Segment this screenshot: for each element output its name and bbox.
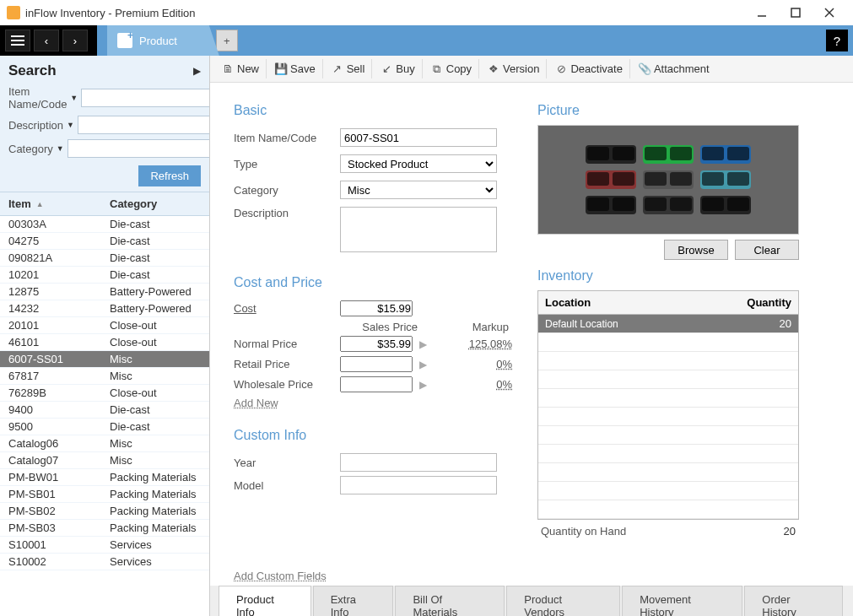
list-item[interactable]: 76289BClose-out (0, 385, 209, 402)
table-row[interactable] (538, 352, 798, 370)
list-item[interactable]: 20101Close-out (0, 317, 209, 334)
label-cost[interactable]: Cost (234, 302, 340, 315)
cost-input[interactable] (340, 300, 413, 316)
type-select[interactable]: Stocked Product (340, 154, 497, 173)
table-row[interactable] (538, 389, 798, 408)
custom-label: Model (234, 479, 340, 492)
list-item[interactable]: PM-SB03Packing Materials (0, 520, 209, 537)
list-item[interactable]: Catalog07Misc (0, 452, 209, 469)
list-item[interactable]: Catalog06Misc (0, 435, 209, 452)
col-item[interactable]: Item (8, 197, 31, 210)
tab-bill-of-materials[interactable]: Bill Of Materials (395, 586, 505, 616)
price-input[interactable] (340, 356, 413, 372)
sort-asc-icon: ▲ (36, 200, 44, 208)
new-icon: 🗎 (222, 63, 234, 75)
item-list[interactable]: 00303ADie-cast04275Die-cast090821ADie-ca… (0, 216, 209, 616)
attachment-icon: 📎 (639, 63, 651, 75)
list-item[interactable]: 04275Die-cast (0, 233, 209, 250)
window-title: inFlow Inventory - Premium Edition (25, 7, 745, 19)
table-row[interactable] (538, 370, 798, 389)
markup-value[interactable]: 0% (433, 358, 512, 370)
custom-input[interactable] (340, 476, 497, 494)
price-input[interactable] (340, 376, 413, 392)
play-icon[interactable]: ▶ (413, 359, 433, 370)
clear-button[interactable]: Clear (735, 240, 799, 260)
minimize-button[interactable] (745, 1, 779, 24)
label-type: Type (234, 158, 340, 170)
deactivate-icon: ⊘ (555, 63, 567, 75)
table-row[interactable] (538, 500, 798, 519)
tab-product-info[interactable]: Product Info (219, 586, 311, 616)
menu-button[interactable] (5, 30, 30, 51)
product-picture[interactable] (537, 125, 799, 235)
browse-button[interactable]: Browse (664, 240, 728, 260)
nav-forward-button[interactable]: › (62, 30, 88, 51)
custom-input[interactable] (340, 453, 497, 472)
list-item[interactable]: 46101Close-out (0, 334, 209, 351)
list-item[interactable]: 00303ADie-cast (0, 216, 209, 233)
save-button[interactable]: 💾Save (268, 59, 323, 78)
play-icon[interactable]: ▶ (413, 338, 433, 350)
add-tab-button[interactable]: + (216, 30, 238, 51)
list-item[interactable]: 090821ADie-cast (0, 250, 209, 267)
list-item[interactable]: PM-SB02Packing Materials (0, 503, 209, 520)
description-textarea[interactable] (340, 207, 497, 252)
add-price-link[interactable]: Add New (234, 397, 278, 409)
buy-button[interactable]: ↙Buy (374, 59, 422, 78)
main-panel: 🗎New 💾Save ↗Sell ↙Buy ⧉Copy ❖Version ⊘De… (209, 56, 853, 616)
list-item[interactable]: 9500Die-cast (0, 419, 209, 435)
label-category: Category (234, 184, 340, 197)
item-name-input[interactable] (340, 128, 497, 147)
tab-order-history[interactable]: Order History (744, 586, 843, 616)
list-item[interactable]: 9400Die-cast (0, 402, 209, 419)
markup-value[interactable]: 125.08% (433, 338, 512, 350)
table-row[interactable] (538, 445, 798, 463)
attachment-button[interactable]: 📎Attachment (632, 59, 716, 78)
chevron-down-icon[interactable]: ▼ (57, 144, 64, 153)
version-icon: ❖ (488, 63, 499, 75)
custom-label: Year (234, 457, 340, 469)
col-category[interactable]: Category (110, 197, 157, 210)
markup-value[interactable]: 0% (433, 378, 512, 391)
deactivate-button[interactable]: ⊘Deactivate (548, 59, 629, 78)
table-row[interactable] (538, 482, 798, 500)
copy-button[interactable]: ⧉Copy (424, 59, 479, 78)
search-desc-input[interactable] (78, 116, 228, 134)
search-cat-input[interactable] (67, 139, 218, 158)
list-item[interactable]: 67817Misc (0, 368, 209, 385)
chevron-down-icon[interactable]: ▼ (70, 94, 78, 102)
maximize-button[interactable] (779, 1, 813, 24)
tab-movement-history[interactable]: Movement History (622, 586, 742, 616)
table-row[interactable]: Default Location20 (538, 315, 798, 333)
new-button[interactable]: 🗎New (215, 59, 267, 78)
list-item[interactable]: PM-BW01Packing Materials (0, 469, 209, 486)
play-icon[interactable]: ▶ (413, 379, 433, 391)
help-button[interactable]: ? (826, 30, 848, 51)
list-item[interactable]: S10001Services (0, 537, 209, 554)
chevron-down-icon[interactable]: ▼ (67, 121, 74, 129)
version-button[interactable]: ❖Version (481, 59, 547, 78)
refresh-button[interactable]: Refresh (138, 165, 201, 186)
nav-back-button[interactable]: ‹ (34, 30, 59, 51)
price-input[interactable] (340, 336, 413, 352)
close-button[interactable] (813, 1, 846, 24)
table-row[interactable] (538, 463, 798, 482)
tab-extra-info[interactable]: Extra Info (313, 586, 394, 616)
copy-icon: ⧉ (431, 63, 443, 75)
category-select[interactable]: Misc (340, 181, 497, 199)
sell-icon: ↗ (332, 63, 343, 75)
list-item[interactable]: 6007-SS01Misc (0, 351, 209, 368)
table-row[interactable] (538, 408, 798, 426)
sell-button[interactable]: ↗Sell (325, 59, 373, 78)
tab-product[interactable]: Product (107, 25, 219, 56)
list-item[interactable]: 14232Battery-Powered (0, 300, 209, 317)
list-item[interactable]: S10002Services (0, 554, 209, 570)
collapse-search-icon[interactable]: ▶ (193, 65, 201, 77)
tab-product-vendors[interactable]: Product Vendors (506, 586, 620, 616)
list-item[interactable]: 12875Battery-Powered (0, 284, 209, 300)
add-custom-link[interactable]: Add Custom Fields (234, 570, 327, 582)
list-item[interactable]: PM-SB01Packing Materials (0, 486, 209, 503)
table-row[interactable] (538, 333, 798, 352)
table-row[interactable] (538, 426, 798, 445)
list-item[interactable]: 10201Die-cast (0, 267, 209, 284)
